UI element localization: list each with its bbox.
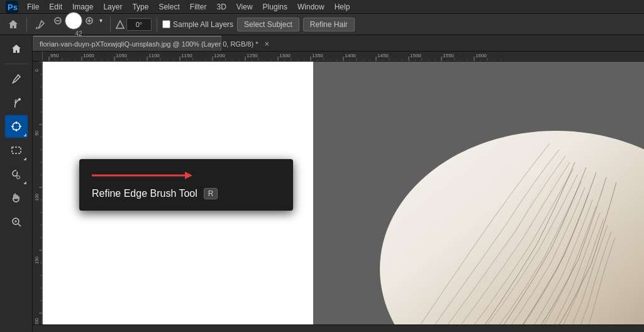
svg-text:0: 0: [35, 69, 39, 72]
divider-1: [26, 17, 27, 32]
main-area: florian-van-duyn-pXToxwjqliQ-unsplash.jp…: [0, 35, 644, 332]
tool-home[interactable]: [5, 38, 28, 60]
menu-file[interactable]: File: [23, 1, 43, 13]
angle-input[interactable]: [126, 18, 152, 31]
size-decrease-btn[interactable]: [52, 15, 64, 26]
svg-text:950: 950: [50, 53, 59, 58]
tool-marquee[interactable]: [5, 139, 28, 162]
svg-marker-7: [116, 21, 124, 28]
ruler-top: 9501000105011001150120012501300135014001…: [33, 52, 644, 62]
divider-2: [110, 17, 111, 32]
menu-type[interactable]: Type: [128, 1, 153, 13]
refine-hair-button[interactable]: Refine Hair: [303, 18, 355, 31]
angle-group: [116, 18, 152, 31]
svg-point-8: [18, 98, 21, 101]
ps-logo: Ps: [5, 0, 19, 14]
ruler-corner: [33, 52, 43, 62]
svg-text:1500: 1500: [410, 53, 421, 58]
svg-text:1450: 1450: [377, 53, 389, 58]
tool-brush[interactable]: [5, 67, 28, 90]
svg-text:150: 150: [35, 257, 39, 264]
svg-line-18: [18, 224, 21, 226]
sample-all-layers-group: Sample All Layers: [162, 20, 233, 29]
tool-hand[interactable]: [5, 187, 28, 209]
svg-text:100: 100: [35, 194, 39, 201]
angle-icon: [116, 20, 125, 29]
sample-all-layers-label[interactable]: Sample All Layers: [173, 20, 233, 29]
divider-3: [157, 17, 157, 32]
tab-close-button[interactable]: ×: [264, 39, 269, 48]
brush-size-circle: [65, 12, 82, 30]
home-button[interactable]: [5, 16, 21, 33]
svg-text:1550: 1550: [443, 53, 454, 58]
menu-help[interactable]: Help: [330, 1, 355, 13]
size-indicator-group: ▾ 42: [52, 12, 105, 37]
svg-text:1200: 1200: [214, 53, 225, 58]
menu-filter[interactable]: Filter: [186, 1, 211, 13]
tooltip-tool-name: Refine Edge Brush Tool: [92, 188, 197, 199]
tooltip-title-row: Refine Edge Brush Tool R: [92, 188, 280, 199]
tooltip-key-badge: R: [204, 188, 218, 199]
svg-text:1300: 1300: [279, 53, 291, 58]
tab-filename: florian-van-duyn-pXToxwjqliQ-unsplash.jp…: [40, 40, 258, 48]
tabbar: florian-van-duyn-pXToxwjqliQ-unsplash.jp…: [33, 35, 644, 52]
canvas-viewport[interactable]: Refine Edge Brush Tool R: [43, 62, 644, 324]
canvas-area: florian-van-duyn-pXToxwjqliQ-unsplash.jp…: [33, 35, 644, 332]
size-value-label: 42: [75, 30, 82, 37]
brush-icon-btn[interactable]: [32, 16, 48, 33]
svg-text:200: 200: [35, 318, 39, 324]
document-tab[interactable]: florian-van-duyn-pXToxwjqliQ-unsplash.jp…: [33, 36, 221, 51]
optionsbar: ▾ 42 Sample All Layers Select Subject Re…: [0, 14, 644, 35]
canvas-content: 0 50 100: [33, 62, 644, 324]
svg-point-136: [380, 131, 644, 324]
toolbar: [0, 35, 33, 332]
svg-text:Ps: Ps: [8, 3, 18, 12]
menu-window[interactable]: Window: [293, 1, 329, 13]
red-arrow: [92, 170, 192, 180]
menu-plugins[interactable]: Plugins: [258, 1, 292, 13]
menu-image[interactable]: Image: [68, 1, 97, 13]
ruler-horizontal: 9501000105011001150120012501300135014001…: [43, 52, 644, 62]
horizontal-scrollbar[interactable]: [33, 324, 644, 332]
svg-point-16: [16, 176, 19, 179]
tooltip-popup: Refine Edge Brush Tool R: [79, 159, 293, 211]
menu-3d[interactable]: 3D: [212, 1, 230, 13]
flyout-indicator-3: [24, 182, 26, 184]
flyout-indicator-2: [24, 158, 26, 160]
svg-text:1150: 1150: [181, 53, 192, 58]
tool-refine-edge-brush[interactable]: [5, 115, 28, 138]
size-decrease-btn2[interactable]: [84, 15, 95, 26]
menu-layer[interactable]: Layer: [99, 1, 126, 13]
menu-view[interactable]: View: [232, 1, 257, 13]
ruler-vertical: 0 50 100: [33, 62, 43, 324]
flyout-indicator: [24, 134, 26, 136]
tool-lasso[interactable]: [5, 163, 28, 185]
svg-text:1250: 1250: [247, 53, 258, 58]
svg-text:1350: 1350: [312, 53, 323, 58]
sample-all-layers-checkbox[interactable]: [162, 20, 170, 28]
tool-zoom[interactable]: [5, 211, 28, 233]
svg-rect-15: [12, 147, 21, 153]
hair-image-area: [273, 93, 644, 324]
menu-select[interactable]: Select: [154, 1, 184, 13]
svg-text:50: 50: [35, 131, 39, 136]
svg-text:1100: 1100: [148, 53, 160, 58]
tool-smudge[interactable]: [5, 91, 28, 114]
svg-text:1400: 1400: [345, 53, 356, 58]
toolbar-divider-1: [5, 64, 28, 64]
svg-text:1000: 1000: [83, 53, 94, 58]
size-dropdown-btn[interactable]: ▾: [96, 15, 105, 26]
select-subject-button[interactable]: Select Subject: [237, 18, 299, 31]
svg-text:1600: 1600: [475, 53, 487, 58]
svg-text:1050: 1050: [116, 53, 127, 58]
menu-edit[interactable]: Edit: [45, 1, 67, 13]
svg-marker-138: [185, 172, 192, 179]
